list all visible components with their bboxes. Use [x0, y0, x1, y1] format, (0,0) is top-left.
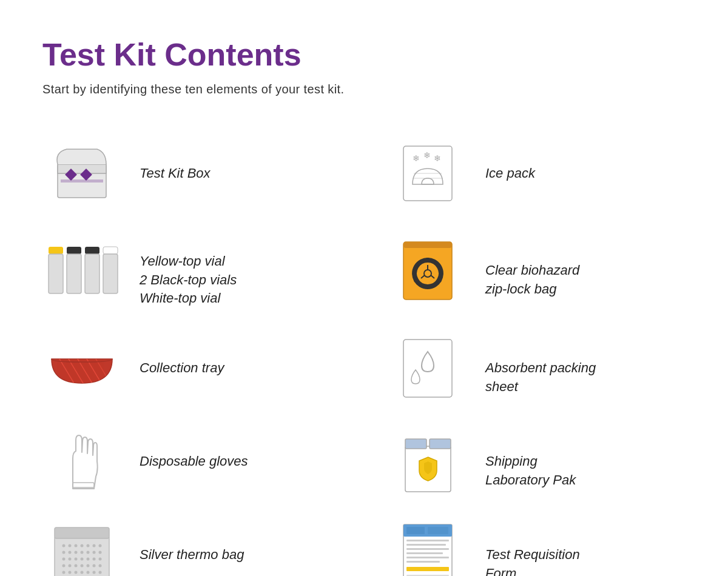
svg-point-46	[99, 544, 102, 548]
svg-point-62	[69, 564, 72, 568]
disposable-gloves-icon	[42, 428, 121, 495]
svg-point-45	[93, 544, 96, 548]
svg-point-49	[75, 551, 78, 554]
list-item: Test Kit Box	[42, 127, 340, 220]
biohazard-bag-label: Clear biohazard zip-lock bag	[485, 243, 579, 298]
svg-rect-13	[67, 247, 81, 254]
svg-point-65	[87, 564, 90, 568]
svg-point-55	[69, 558, 72, 561]
svg-point-67	[99, 564, 102, 568]
page-container: Test Kit Contents Start by identifying t…	[0, 0, 728, 576]
page-subtitle: Start by identifying these ten elements …	[42, 82, 686, 96]
page-title: Test Kit Contents	[42, 36, 686, 73]
svg-rect-89	[406, 548, 449, 550]
requisition-form-icon	[388, 521, 467, 576]
svg-point-60	[99, 558, 102, 561]
svg-text:❄: ❄	[413, 153, 420, 163]
test-kit-box-label: Test Kit Box	[140, 164, 211, 183]
silver-thermo-bag-icon	[42, 521, 121, 576]
svg-point-68	[62, 571, 66, 574]
svg-rect-35	[73, 483, 94, 487]
svg-point-61	[62, 564, 66, 568]
svg-rect-90	[406, 552, 443, 554]
list-item: Silver thermo bag	[42, 508, 340, 576]
svg-rect-16	[85, 254, 99, 293]
list-item: Collection tray	[42, 321, 340, 415]
collection-tray-icon	[42, 335, 121, 401]
svg-point-72	[87, 571, 90, 574]
svg-rect-38	[430, 439, 451, 449]
svg-point-50	[81, 551, 84, 554]
svg-text:❄: ❄	[423, 150, 431, 160]
list-item: Yellow-top vial 2 Black-top vials White-…	[42, 220, 340, 321]
svg-rect-14	[67, 254, 81, 293]
shipping-pak-icon	[388, 428, 467, 495]
items-grid: Test Kit Box ❄ ❄ ❄	[42, 127, 686, 576]
svg-point-52	[93, 551, 96, 554]
svg-rect-39	[55, 537, 109, 576]
svg-rect-85	[406, 527, 425, 534]
svg-point-43	[81, 544, 84, 548]
svg-rect-34	[403, 340, 452, 397]
svg-rect-1	[58, 164, 106, 173]
list-item: Clear biohazard zip-lock bag	[388, 220, 686, 321]
svg-point-59	[93, 558, 96, 561]
svg-point-48	[69, 551, 72, 554]
svg-rect-37	[405, 439, 426, 449]
svg-point-63	[75, 564, 78, 568]
collection-tray-label: Collection tray	[140, 359, 224, 378]
svg-point-53	[99, 551, 102, 554]
svg-point-54	[62, 558, 66, 561]
svg-point-40	[62, 544, 66, 548]
svg-rect-18	[103, 254, 118, 293]
svg-point-57	[81, 558, 84, 561]
absorbent-sheet-icon	[388, 335, 467, 401]
svg-point-51	[87, 551, 90, 554]
disposable-gloves-label: Disposable gloves	[140, 452, 248, 471]
svg-point-71	[81, 571, 84, 574]
svg-rect-20	[403, 242, 452, 248]
svg-point-21	[424, 270, 431, 277]
svg-point-64	[81, 564, 84, 568]
svg-point-66	[93, 564, 96, 568]
ice-pack-icon: ❄ ❄ ❄	[388, 140, 467, 207]
shipping-pak-label: Shipping Laboratory Pak	[485, 434, 576, 489]
svg-rect-4	[61, 179, 103, 183]
svg-point-58	[87, 558, 90, 561]
svg-point-47	[62, 551, 66, 554]
svg-rect-15	[85, 247, 99, 254]
svg-point-56	[75, 558, 78, 561]
svg-rect-11	[49, 247, 63, 254]
svg-point-74	[99, 571, 102, 574]
svg-rect-91	[406, 557, 449, 558]
svg-point-70	[75, 571, 78, 574]
list-item: ❄ ❄ ❄ Ice pack	[388, 127, 686, 220]
svg-point-41	[69, 544, 72, 548]
svg-rect-17	[103, 247, 118, 254]
silver-thermo-bag-label: Silver thermo bag	[140, 546, 244, 564]
vials-icon	[42, 238, 121, 304]
list-item: Shipping Laboratory Pak	[388, 415, 686, 508]
svg-text:❄: ❄	[434, 153, 441, 163]
svg-rect-87	[406, 540, 449, 541]
vials-label: Yellow-top vial 2 Black-top vials White-…	[140, 233, 237, 308]
svg-point-42	[75, 544, 78, 548]
requisition-form-label: Test Requisition Form	[485, 527, 580, 576]
list-item: Disposable gloves	[42, 415, 340, 508]
svg-rect-93	[406, 567, 449, 571]
svg-rect-92	[406, 561, 440, 563]
svg-rect-12	[49, 254, 63, 293]
svg-point-44	[87, 544, 90, 548]
biohazard-bag-icon	[388, 238, 467, 304]
svg-point-73	[93, 571, 96, 574]
absorbent-sheet-label: Absorbent packing sheet	[485, 340, 596, 396]
list-item: Test Requisition Form	[388, 508, 686, 576]
test-kit-box-icon	[42, 140, 121, 207]
ice-pack-label: Ice pack	[485, 164, 535, 183]
svg-rect-82	[55, 527, 109, 538]
svg-rect-86	[428, 527, 448, 534]
list-item: Absorbent packing sheet	[388, 321, 686, 415]
svg-rect-88	[406, 544, 446, 546]
svg-point-69	[69, 571, 72, 574]
